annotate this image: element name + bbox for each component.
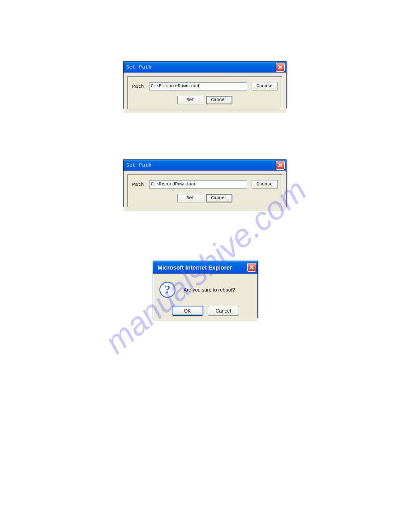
- ok-button[interactable]: OK: [172, 306, 203, 316]
- dialog-inset: Path Choose Set Cancel: [127, 174, 283, 207]
- choose-button[interactable]: Choose: [252, 82, 278, 90]
- path-row: Path Choose: [132, 180, 278, 189]
- close-button[interactable]: [247, 263, 256, 272]
- set-button[interactable]: Set: [177, 194, 203, 202]
- question-icon: ?: [159, 282, 176, 298]
- titlebar[interactable]: Set Path: [124, 62, 286, 73]
- path-input[interactable]: [149, 180, 247, 189]
- titlebar[interactable]: Set Path: [124, 160, 286, 171]
- path-label: Path: [132, 182, 145, 187]
- cancel-button[interactable]: Cancel: [206, 96, 232, 104]
- ie-confirm-dialog: Microsoft Internet Explorer ? Are you su…: [153, 261, 258, 318]
- dialog-title: Microsoft Internet Explorer: [158, 264, 232, 271]
- cancel-button[interactable]: Cancel: [206, 194, 232, 202]
- close-icon: [278, 65, 283, 69]
- close-icon: [249, 265, 254, 270]
- close-button[interactable]: [276, 161, 285, 170]
- path-input[interactable]: [149, 82, 247, 90]
- dialog-body: Path Choose Set Cancel: [124, 73, 286, 113]
- button-row: Set Cancel: [132, 96, 278, 104]
- set-path-dialog-2: Set Path Path Choose Set Cancel: [123, 159, 287, 207]
- path-row: Path Choose: [132, 82, 278, 90]
- choose-button[interactable]: Choose: [252, 180, 278, 189]
- close-icon: [278, 163, 283, 167]
- dialog-body: Path Choose Set Cancel: [124, 171, 286, 211]
- cancel-button[interactable]: Cancel: [208, 306, 239, 316]
- titlebar[interactable]: Microsoft Internet Explorer: [153, 261, 257, 274]
- button-row: OK Cancel: [159, 306, 251, 316]
- dialog-title: Set Path: [126, 163, 152, 168]
- message-text: Are you sure to reboot?: [184, 287, 235, 292]
- close-button[interactable]: [276, 63, 285, 72]
- dialog-body: ? Are you sure to reboot? OK Cancel: [153, 274, 257, 321]
- button-row: Set Cancel: [132, 194, 278, 202]
- dialog-inset: Path Choose Set Cancel: [127, 76, 283, 109]
- set-path-dialog-1: Set Path Path Choose Set Cancel: [123, 61, 287, 108]
- dialog-title: Set Path: [126, 64, 152, 70]
- set-button[interactable]: Set: [177, 96, 203, 104]
- content-row: ? Are you sure to reboot?: [159, 279, 251, 298]
- path-label: Path: [132, 84, 145, 89]
